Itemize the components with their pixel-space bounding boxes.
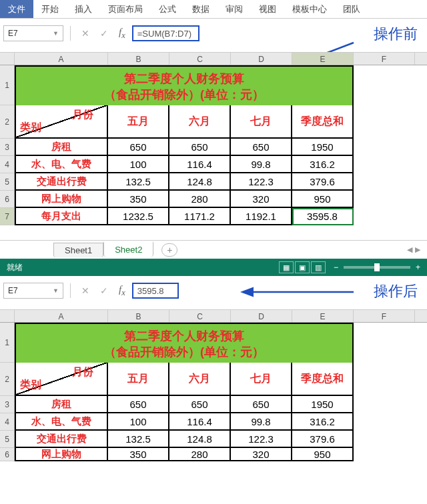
col-header-b[interactable]: B: [108, 53, 169, 65]
fx-icon[interactable]: fx: [115, 284, 129, 298]
cell[interactable]: 320: [231, 191, 292, 208]
ribbon-tab-home[interactable]: 开始: [33, 0, 67, 18]
hdr-jul[interactable]: 七月: [231, 105, 292, 139]
ribbon-tab-templates[interactable]: 模板中心: [284, 0, 335, 18]
row-label[interactable]: 交通出行费: [15, 173, 108, 191]
cell[interactable]: 316.2: [292, 156, 354, 173]
tab-nav-prev-icon[interactable]: ◀: [407, 245, 412, 254]
title-cell[interactable]: 第二季度个人财务预算 （食品开销除外）(单位：元）: [15, 323, 354, 363]
row-label[interactable]: 水、电、气费: [15, 413, 108, 431]
cell[interactable]: 650: [231, 396, 292, 413]
zoom-out-button[interactable]: −: [334, 263, 338, 272]
cell[interactable]: 116.4: [169, 156, 231, 173]
col-header-d[interactable]: D: [231, 310, 292, 322]
formula-input[interactable]: =SUM(B7:D7): [132, 25, 199, 41]
select-all-cell[interactable]: [0, 53, 15, 65]
cell[interactable]: 650: [169, 139, 231, 156]
cell[interactable]: 99.8: [231, 156, 292, 173]
col-header-f[interactable]: F: [354, 53, 415, 65]
col-header-e[interactable]: E: [292, 53, 354, 65]
row-label[interactable]: 水、电、气费: [15, 156, 108, 173]
cell[interactable]: 1232.5: [108, 208, 169, 225]
cell[interactable]: 1950: [292, 139, 354, 156]
row-header-2[interactable]: 2: [0, 363, 14, 396]
hdr-may[interactable]: 五月: [108, 105, 169, 139]
hdr-jun[interactable]: 六月: [169, 105, 231, 139]
name-box[interactable]: E7 ▼: [3, 25, 63, 41]
row-header-1[interactable]: 1: [0, 323, 14, 363]
view-page-icon[interactable]: ▣: [295, 261, 310, 273]
cell[interactable]: 116.4: [169, 413, 231, 431]
cell[interactable]: 950: [292, 448, 354, 461]
cell[interactable]: 320: [231, 448, 292, 461]
col-header-e[interactable]: E: [292, 310, 354, 322]
row-header-5[interactable]: 5: [0, 173, 14, 191]
view-break-icon[interactable]: ▥: [311, 261, 326, 273]
select-all-cell[interactable]: [0, 310, 15, 322]
col-header-a[interactable]: A: [15, 310, 108, 322]
cell[interactable]: 1192.1: [231, 208, 292, 225]
ribbon-tab-team[interactable]: 团队: [335, 0, 368, 18]
col-header-c[interactable]: C: [169, 53, 231, 65]
ribbon-tab-review[interactable]: 审阅: [218, 0, 251, 18]
cell[interactable]: 100: [108, 413, 169, 431]
zoom-in-button[interactable]: +: [416, 263, 420, 272]
cell[interactable]: 132.5: [108, 431, 169, 448]
row-header-4[interactable]: 4: [0, 413, 14, 431]
hdr-may[interactable]: 五月: [108, 363, 169, 396]
row-header-4[interactable]: 4: [0, 156, 14, 173]
cell[interactable]: 280: [169, 191, 231, 208]
cell[interactable]: 650: [231, 139, 292, 156]
cell[interactable]: 350: [108, 191, 169, 208]
cell[interactable]: 950: [292, 191, 354, 208]
hdr-total[interactable]: 季度总和: [292, 105, 354, 139]
sheet-tab-2[interactable]: Sheet2: [103, 241, 153, 257]
fx-icon[interactable]: fx: [115, 27, 129, 41]
zoom-slider[interactable]: [344, 266, 410, 269]
ribbon-tab-insert[interactable]: 插入: [67, 0, 100, 18]
hdr-total[interactable]: 季度总和: [292, 363, 354, 396]
cell[interactable]: 122.3: [231, 431, 292, 448]
cell[interactable]: 650: [108, 396, 169, 413]
row-label[interactable]: 房租: [15, 396, 108, 413]
chevron-down-icon[interactable]: ▼: [53, 287, 59, 294]
cancel-icon[interactable]: ✕: [77, 283, 93, 298]
cell[interactable]: 1171.2: [169, 208, 231, 225]
row-label[interactable]: 网上购物: [15, 448, 108, 461]
cell[interactable]: 379.6: [292, 173, 354, 191]
row-header-2[interactable]: 2: [0, 105, 14, 139]
add-sheet-button[interactable]: +: [161, 243, 177, 257]
row-header-6[interactable]: 6: [0, 448, 14, 461]
view-normal-icon[interactable]: ▦: [279, 261, 294, 273]
row-header-1[interactable]: 1: [0, 65, 14, 105]
cell[interactable]: 100: [108, 156, 169, 173]
chevron-down-icon[interactable]: ▼: [53, 30, 59, 37]
cell[interactable]: 316.2: [292, 413, 354, 431]
sheet-tab-1[interactable]: Sheet1: [53, 243, 103, 257]
row-label[interactable]: 房租: [15, 139, 108, 156]
col-header-d[interactable]: D: [231, 53, 292, 65]
diagonal-header-cell[interactable]: 月份 类别: [15, 363, 108, 396]
title-cell[interactable]: 第二季度个人财务预算 （食品开销除外）(单位：元）: [15, 65, 354, 105]
row-header-5[interactable]: 5: [0, 431, 14, 448]
row-header-3[interactable]: 3: [0, 139, 14, 156]
cell[interactable]: 132.5: [108, 173, 169, 191]
cell[interactable]: 124.8: [169, 431, 231, 448]
col-header-f[interactable]: F: [354, 310, 415, 322]
name-box[interactable]: E7 ▼: [3, 283, 63, 299]
ribbon-tab-pagelayout[interactable]: 页面布局: [100, 0, 151, 18]
cancel-icon[interactable]: ✕: [77, 26, 93, 41]
row-header-7[interactable]: 7: [0, 208, 14, 225]
ribbon-tab-file[interactable]: 文件: [0, 0, 33, 18]
cell[interactable]: 3595.8: [292, 208, 354, 225]
row-label[interactable]: 每月支出: [15, 208, 108, 225]
col-header-c[interactable]: C: [169, 310, 231, 322]
ribbon-tab-view[interactable]: 视图: [251, 0, 284, 18]
cell[interactable]: 280: [169, 448, 231, 461]
cell[interactable]: 122.3: [231, 173, 292, 191]
cell[interactable]: 124.8: [169, 173, 231, 191]
row-label[interactable]: 交通出行费: [15, 431, 108, 448]
hdr-jun[interactable]: 六月: [169, 363, 231, 396]
cell[interactable]: 99.8: [231, 413, 292, 431]
cell[interactable]: 350: [108, 448, 169, 461]
